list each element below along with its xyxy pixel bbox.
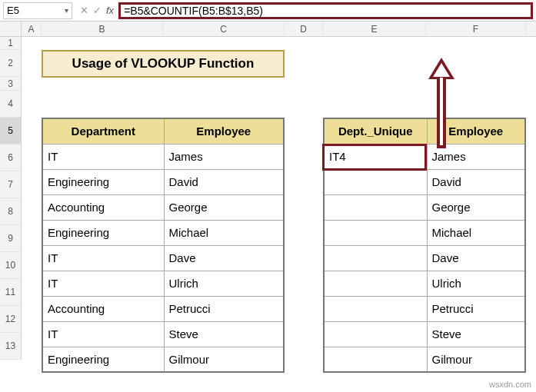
row-header-8[interactable]: 8 [0,198,21,225]
enter-icon[interactable]: ✓ [93,5,102,16]
header-employee: Employee [164,118,284,144]
row-header-5[interactable]: 5 [0,118,21,145]
spreadsheet-grid: 1 2 3 4 5 6 7 8 9 10 11 12 13 Usage of V… [0,37,536,360]
row-header-4[interactable]: 4 [0,91,21,118]
row-header-3[interactable]: 3 [0,77,21,91]
table-row: Steve [324,321,525,347]
table-row: Department Employee [42,118,284,144]
table-row: Dept._Unique Employee [324,118,525,144]
column-headers: A B C D E F [0,22,536,37]
row-header-9[interactable]: 9 [0,225,21,252]
formula-text: =B5&COUNTIF(B5:B$13,B5) [124,5,263,17]
table-row: Gilmour [324,347,525,372]
table-row: EngineeringDavid [42,169,284,194]
table-row: Petrucci [324,296,525,321]
chevron-down-icon[interactable]: ▾ [65,6,68,15]
name-box[interactable]: E5 ▾ [3,2,72,19]
header-employee-2: Employee [427,118,525,144]
select-all-corner[interactable] [0,22,22,36]
row-header-1[interactable]: 1 [0,37,21,50]
table-row: Michael [324,220,525,245]
cells-area[interactable]: Usage of VLOOKUP Function Department Emp… [22,37,536,360]
row-header-6[interactable]: 6 [0,145,21,171]
table-row: ITDave [42,245,284,271]
row-header-10[interactable]: 10 [0,252,21,279]
table-row: ITUlrich [42,271,284,296]
watermark: wsxdn.com [489,380,531,389]
row-header-2[interactable]: 2 [0,50,21,77]
table-row: IT4James [324,144,525,169]
row-header-7[interactable]: 7 [0,171,21,198]
col-header-d[interactable]: D [285,22,323,36]
header-dept-unique: Dept._Unique [324,118,427,144]
row-header-12[interactable]: 12 [0,306,21,333]
title-text: Usage of VLOOKUP Function [72,56,255,71]
table-row: ITJames [42,144,284,169]
table-source: Department Employee ITJames EngineeringD… [42,118,285,373]
table-row: EngineeringMichael [42,220,284,245]
row-headers: 1 2 3 4 5 6 7 8 9 10 11 12 13 [0,37,22,360]
formula-bar: E5 ▾ ✕ ✓ fx =B5&COUNTIF(B5:B$13,B5) [0,0,536,22]
table-row: Dave [324,245,525,271]
row-header-11[interactable]: 11 [0,279,21,306]
cell-reference: E5 [7,5,19,16]
table-row: ITSteve [42,321,284,347]
fx-icon[interactable]: fx [106,5,114,16]
table-row: George [324,194,525,220]
table-row: EngineeringGilmour [42,347,284,372]
table-result: Dept._Unique Employee IT4James David Geo… [323,118,526,373]
title-cell: Usage of VLOOKUP Function [42,50,285,78]
col-header-a[interactable]: A [22,22,42,36]
formula-input[interactable]: =B5&COUNTIF(B5:B$13,B5) [118,2,533,19]
table-row: David [324,169,525,194]
table-row: AccountingPetrucci [42,296,284,321]
formula-bar-icons: ✕ ✓ fx [80,5,114,16]
table-row: AccountingGeorge [42,194,284,220]
table-row: Ulrich [324,271,525,296]
col-header-b[interactable]: B [42,22,163,36]
col-header-e[interactable]: E [323,22,426,36]
col-header-c[interactable]: C [163,22,285,36]
row-header-13[interactable]: 13 [0,333,21,360]
col-header-f[interactable]: F [426,22,526,36]
cancel-icon[interactable]: ✕ [80,5,88,16]
header-department: Department [42,118,164,144]
